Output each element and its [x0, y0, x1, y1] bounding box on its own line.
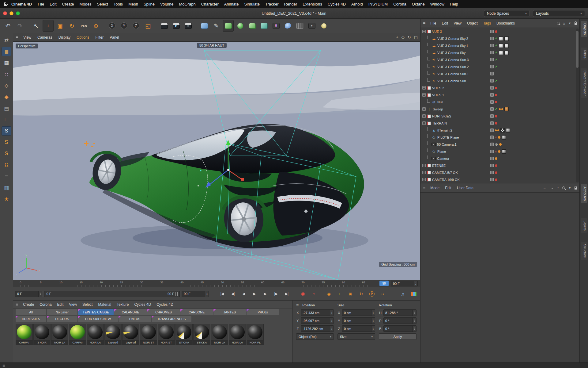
simulation-object-button[interactable] [258, 20, 270, 32]
material-item[interactable]: NOIR LA [229, 324, 246, 345]
lock-y-axis-button[interactable]: Y [119, 20, 130, 32]
coord-field-rotation-h[interactable]: 81.288 °▲▼ [383, 309, 417, 316]
menubar-item-window[interactable]: Window [428, 1, 447, 7]
filter-icon[interactable]: ▼ [568, 22, 571, 25]
layer-tab-all[interactable]: All [16, 309, 46, 315]
object-row-camera-16-9-ok[interactable]: +CAMERA 16/9 OK [420, 176, 579, 183]
object-row-vue-3-corona-sun-2[interactable]: ☀VUE 3 Corona Sun.2✓ [420, 63, 579, 70]
rotate-view-icon[interactable]: ↻ [408, 35, 411, 40]
coord-field-position-y[interactable]: -98.997 cm▲▼ [301, 317, 334, 324]
edit-toggle-icon[interactable] [490, 128, 494, 132]
layouts-dropdown[interactable]: Layouts ▾ [533, 10, 585, 17]
disabled-x-icon[interactable]: × [495, 136, 497, 139]
view-name-label[interactable]: Perspective [16, 44, 38, 48]
redo-button[interactable]: ↷ [14, 20, 25, 32]
stepper-icon[interactable]: ▲▼ [205, 291, 209, 297]
object-row-vue-3-corona-sky[interactable]: ☁VUE 3 Corona Sky✓ [420, 49, 579, 56]
goto-start-button[interactable]: |◀ [217, 289, 226, 298]
timeline-ruler[interactable]: 90 90 F ▲▼ 05101520253035404550556065707… [13, 280, 420, 287]
menubar-item-spline[interactable]: Spline [141, 1, 157, 7]
viewport-menu-cameras[interactable]: Cameras [35, 35, 55, 40]
stepper-icon[interactable]: ▲▼ [38, 291, 42, 297]
snap-workplane-button[interactable]: S [2, 149, 11, 158]
layer-tab-teintes-caisse[interactable]: TEINTES CAISSE [78, 309, 114, 315]
field-object-button[interactable] [282, 20, 293, 32]
material-item[interactable]: NOIR LA [211, 324, 228, 345]
key-pla-button[interactable]: ∷ [378, 289, 387, 298]
edit-toggle-icon[interactable] [490, 100, 494, 104]
viewport-menu-panel[interactable]: Panel [107, 35, 122, 40]
protection-tag-icon[interactable]: ⊘ [495, 142, 498, 147]
expander-icon[interactable]: + [422, 86, 426, 90]
edit-toggle-icon[interactable] [490, 44, 494, 47]
preview-range-bar[interactable]: 0 F90 F [44, 291, 180, 297]
pan-view-icon[interactable]: + [396, 35, 398, 40]
thumb-checker-icon[interactable] [500, 128, 505, 132]
layer-stack-button[interactable]: ≡ [2, 172, 11, 181]
menubar-item-render[interactable]: Render [281, 1, 300, 7]
enabled-check-icon[interactable]: ✓ [495, 51, 498, 55]
make-editable-button[interactable]: ⇄ [2, 36, 11, 45]
enabled-check-icon[interactable]: ✓ [495, 44, 498, 48]
material-item[interactable]: 3 NOIR [33, 324, 51, 345]
object-menu-view[interactable]: View [451, 21, 464, 26]
volume-builder-button[interactable] [223, 20, 234, 32]
layer-tab-chromes[interactable]: CHROMES [147, 309, 180, 315]
object-row-camera-5-7-ok[interactable]: +CAMERA 5/7 OK [420, 169, 579, 176]
expander-icon[interactable]: + [422, 107, 426, 111]
coord-field-rotation-p[interactable]: 0 °▲▼ [383, 317, 417, 324]
edit-toggle-icon[interactable] [490, 143, 494, 146]
stepper-icon[interactable]: ▲▼ [413, 326, 416, 332]
panel-tab-content-browser[interactable]: Content Browser [581, 68, 587, 98]
material-item[interactable]: CARPAI [69, 324, 86, 345]
attribute-menu-mode[interactable]: Mode [428, 185, 442, 191]
forward-icon[interactable]: → [550, 186, 554, 190]
layer-tab-pneus[interactable]: PNEUS [119, 316, 151, 322]
pen-spline-tool-button[interactable]: ✎ [211, 20, 222, 32]
edit-toggle-icon[interactable] [490, 86, 494, 90]
enabled-check-icon[interactable]: ✓ [495, 107, 498, 111]
edit-toggle-icon[interactable] [490, 136, 494, 139]
polygons-mode-button[interactable]: ◆ [2, 92, 11, 102]
enabled-check-icon[interactable]: ✓ [495, 58, 498, 62]
material-item[interactable]: NOIR ST [158, 324, 175, 345]
edit-toggle-icon[interactable] [490, 114, 494, 118]
material-menu-cycles-4d-8[interactable]: Cycles 4D [154, 302, 176, 307]
home-icon[interactable]: ⌂ [563, 21, 565, 25]
menubar-item-modes[interactable]: Modes [77, 1, 94, 7]
menubar-item-octane[interactable]: Octane [409, 1, 428, 7]
menubar-item-tracker[interactable]: Tracker [262, 1, 281, 7]
object-menu-object[interactable]: Object [465, 21, 480, 26]
visibility-dot-icon[interactable] [495, 30, 497, 33]
sound-toggle-button[interactable]: ♬ [399, 289, 408, 298]
panel-tab-structure[interactable]: Structure [581, 242, 587, 260]
edit-toggle-icon[interactable] [490, 58, 494, 61]
edit-toggle-icon[interactable] [490, 150, 494, 153]
material-menu-edit-2[interactable]: Edit [55, 302, 66, 307]
edit-toggle-icon[interactable] [490, 65, 494, 68]
edit-toggle-icon[interactable] [490, 51, 494, 54]
edit-toggle-icon[interactable] [490, 79, 494, 82]
enabled-check-icon[interactable]: ✓ [495, 79, 498, 83]
panel-tab-layers[interactable]: Layers [581, 218, 587, 233]
node-spaces-dropdown[interactable]: Node Spaces ▾ [484, 10, 530, 17]
visibility-dot-icon[interactable] [495, 94, 497, 96]
add-cube-object-button[interactable] [199, 20, 210, 32]
tag-dot-icon[interactable] [498, 150, 500, 153]
menubar-item-mesh[interactable]: Mesh [126, 1, 141, 7]
marker-tool-button[interactable]: ★ [2, 194, 11, 204]
menubar-item-insydium[interactable]: INSYDIUM [366, 1, 391, 7]
goto-end-button[interactable]: ▶| [282, 289, 291, 298]
thumb-sphere-icon[interactable] [502, 135, 506, 140]
object-row-50-camera-1[interactable]: ●50 Camera.1⊘ [420, 141, 579, 148]
object-row-null[interactable]: ⊕Null [420, 98, 579, 105]
axis-mode-button[interactable]: ∟ [2, 115, 11, 124]
coord-field-size-y[interactable]: 0 cm▲▼ [342, 317, 375, 324]
menubar-item-file[interactable]: File [35, 1, 47, 7]
menubar-item-volume[interactable]: Volume [157, 1, 176, 7]
current-frame-marker[interactable]: 90 [379, 281, 389, 286]
close-window-button[interactable] [3, 11, 7, 15]
layer-colors-button[interactable] [409, 289, 418, 298]
attribute-menu-icon[interactable]: ≡ [423, 186, 425, 190]
edit-toggle-icon[interactable] [490, 72, 494, 75]
